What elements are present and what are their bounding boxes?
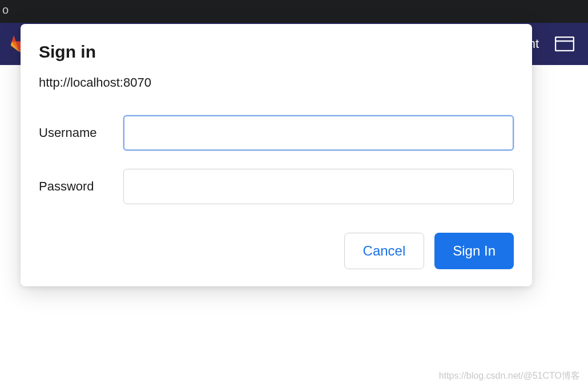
username-label: Username	[39, 125, 123, 140]
signin-button[interactable]: Sign In	[434, 233, 514, 269]
signin-dialog: Sign in http://localhost:8070 Username P…	[21, 24, 532, 286]
username-row: Username	[39, 115, 514, 151]
dialog-button-row: Cancel Sign In	[39, 233, 514, 269]
nav-right: nt	[529, 37, 574, 51]
cancel-button[interactable]: Cancel	[344, 233, 425, 269]
folder-icon[interactable]	[555, 37, 574, 51]
password-input[interactable]	[123, 169, 514, 204]
svg-rect-0	[555, 37, 574, 51]
watermark-text: https://blog.csdn.net/@51CTO博客	[439, 370, 580, 382]
password-label: Password	[39, 179, 123, 194]
dialog-host-url: http://localhost:8070	[39, 75, 514, 90]
dialog-title: Sign in	[39, 42, 514, 62]
username-input[interactable]	[123, 115, 514, 151]
browser-tab-bar: o	[0, 0, 588, 23]
password-row: Password	[39, 169, 514, 204]
tab-text-fragment: o	[2, 3, 9, 16]
